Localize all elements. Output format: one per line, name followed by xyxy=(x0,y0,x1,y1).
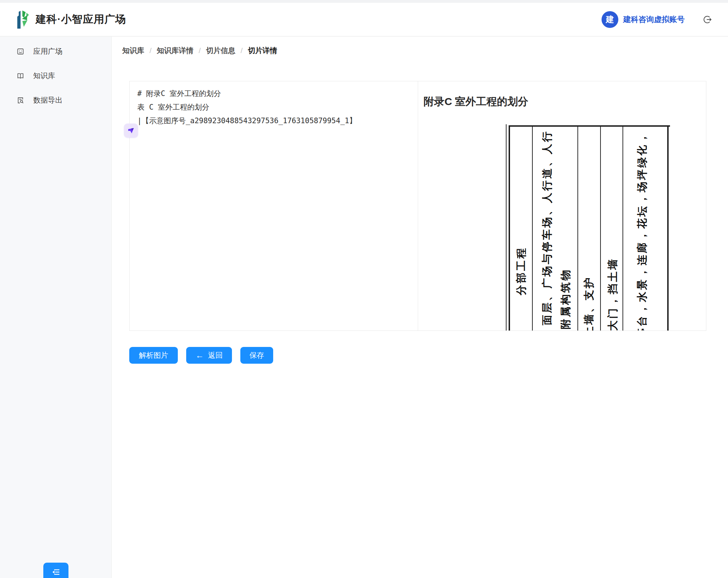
parse-image-label: 解析图片 xyxy=(139,350,168,360)
scan-column-text: 分部工程 xyxy=(514,246,528,295)
collapse-sidebar-icon xyxy=(51,567,61,577)
sidebar-item-label: 数据导出 xyxy=(33,95,63,105)
app-title: 建科·小智应用广场 xyxy=(36,12,126,27)
header: 建科·小智应用广场 建 建科咨询虚拟账号 xyxy=(0,3,728,37)
main-content: 知识库 / 知识库详情 / 切片信息 / 切片详情 # 附录C 室外工程的划分 … xyxy=(112,37,728,578)
scan-divider xyxy=(600,126,601,331)
scan-divider xyxy=(577,126,578,331)
scan-border-left xyxy=(509,125,510,331)
scan-column-text: 亭台，水景，连廊，花坛，场坪绿化， xyxy=(635,131,649,331)
brand-logo-icon xyxy=(14,10,31,29)
save-button[interactable]: 保存 xyxy=(240,347,273,364)
scan-column-text: 附属构筑物 xyxy=(558,268,573,329)
editor-line: 表 C 室外工程的划分 xyxy=(137,101,411,114)
sidebar: 应用广场 知识库 数据导出 xyxy=(0,37,112,578)
sidebar-item-label: 应用广场 xyxy=(33,46,63,56)
app-plaza-icon xyxy=(16,47,24,55)
ai-assistant-badge[interactable] xyxy=(124,124,138,138)
slice-detail-panels: # 附录C 室外工程的划分 表 C 室外工程的划分 |【示意图序号_a29892… xyxy=(129,81,706,331)
scan-divider xyxy=(532,126,533,331)
parse-image-button[interactable]: 解析图片 xyxy=(129,347,178,364)
sidebar-item-app-plaza[interactable]: 应用广场 xyxy=(0,39,111,64)
breadcrumb-kb-detail[interactable]: 知识库详情 xyxy=(157,46,194,55)
sidebar-item-label: 知识库 xyxy=(33,71,55,81)
knowledge-base-icon xyxy=(16,72,24,80)
scan-border-right xyxy=(667,125,669,331)
sidebar-item-knowledge-base[interactable]: 知识库 xyxy=(0,64,111,88)
breadcrumb-separator: / xyxy=(241,46,243,55)
save-label: 保存 xyxy=(249,350,264,360)
preview-heading: 附录C 室外工程的划分 xyxy=(424,95,529,109)
header-account-area: 建 建科咨询虚拟账号 xyxy=(602,11,728,28)
collapse-sidebar-button[interactable] xyxy=(43,563,68,578)
header-brand: 建科·小智应用广场 xyxy=(0,10,126,29)
markdown-preview: 附录C 室外工程的划分 分部工程 面层、广场与停车场、人行道、人行 xyxy=(418,81,706,331)
markdown-editor[interactable]: # 附录C 室外工程的划分 表 C 室外工程的划分 |【示意图序号_a29892… xyxy=(130,81,418,331)
breadcrumb-separator: / xyxy=(150,46,152,55)
scanned-table-image: 分部工程 面层、广场与停车场、人行道、人行 附属构筑物 土墙、支护 大门，挡土墙… xyxy=(506,124,673,331)
back-label: 返回 xyxy=(208,350,223,360)
action-buttons: 解析图片 ← 返回 保存 xyxy=(129,347,273,364)
editor-line: # 附录C 室外工程的划分 xyxy=(137,87,411,101)
account-name[interactable]: 建科咨询虚拟账号 xyxy=(623,14,685,25)
breadcrumb-slice-info[interactable]: 切片信息 xyxy=(206,46,235,55)
sidebar-item-data-export[interactable]: 数据导出 xyxy=(0,88,111,112)
editor-line: |【示意图序号_a2989230488543297536_17631058799… xyxy=(137,114,411,128)
breadcrumb-current-slice-detail: 切片详情 xyxy=(248,46,277,55)
data-export-icon xyxy=(16,96,24,104)
back-arrow-icon: ← xyxy=(196,351,204,360)
application-window: 建科·小智应用广场 建 建科咨询虚拟账号 xyxy=(0,0,728,578)
avatar[interactable]: 建 xyxy=(602,11,618,28)
back-button[interactable]: ← 返回 xyxy=(186,347,232,364)
breadcrumb-knowledge-base[interactable]: 知识库 xyxy=(122,46,144,55)
scan-column-text: 土墙、支护 xyxy=(582,276,596,331)
scan-column-text: 面层、广场与停车场、人行道、人行 xyxy=(540,130,554,325)
window-top-strip xyxy=(0,0,728,3)
logout-icon[interactable] xyxy=(702,14,713,25)
ai-assistant-icon xyxy=(127,126,135,135)
scan-edge-line xyxy=(506,124,507,331)
breadcrumb-separator: / xyxy=(199,46,201,55)
scan-divider xyxy=(623,126,624,331)
breadcrumb: 知识库 / 知识库详情 / 切片信息 / 切片详情 xyxy=(122,44,277,58)
scan-column-text: 大门，挡土墙 xyxy=(605,258,620,331)
